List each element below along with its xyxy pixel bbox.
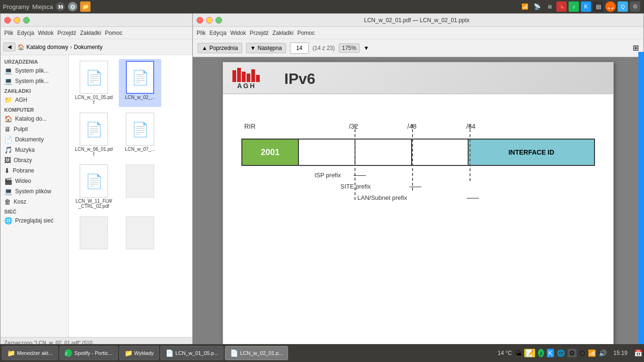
settings-icon[interactable]: ⚙: [630, 1, 640, 12]
file-item-lcn06[interactable]: 📄 LCN_w_06_01.pdf: [73, 111, 115, 159]
fm-toolbar: ◀ 🏠 Katalog domowy › Dokumenty: [0, 39, 193, 55]
pv-prev-label: Poprzednia: [209, 45, 238, 51]
file-name-lcn02: LCN_w_02_...: [125, 95, 155, 100]
file-item-lcn02[interactable]: 📄 LCN_w_02_...: [119, 59, 161, 107]
menu-programy[interactable]: Programy: [3, 3, 29, 10]
fm-back-button[interactable]: ◀: [3, 42, 16, 51]
volume-icon[interactable]: 🔊: [599, 349, 607, 357]
pv-menubar: Plik Edycja Widok Przejdź Zakładki Pomoc: [193, 27, 644, 39]
diagram-row-wrapper: 2001 INTERFACE ID: [241, 139, 595, 166]
notes-icon[interactable]: 📝: [524, 349, 535, 357]
sidebar-item-desktop[interactable]: 🖥 Pulpit: [0, 124, 68, 134]
pv-content[interactable]: AGH IPv6 RIR /32 /48 /64: [193, 57, 644, 347]
bit-label-64: /64: [466, 123, 475, 130]
sidebar-label-images: Obrazy: [14, 157, 32, 164]
sidebar-item-trash[interactable]: 🗑 Kosz: [0, 197, 68, 207]
fm-menu-edycja[interactable]: Edycja: [17, 30, 34, 36]
browser-icon[interactable]: 🌐: [557, 349, 565, 357]
fm-section-zakladki: Zakładki: [0, 86, 68, 95]
taskbar-item-pdf1[interactable]: 📄 LCN_w_01_05.p...: [160, 346, 223, 360]
sidebar-item-docs[interactable]: 📄 Dokumenty: [0, 134, 68, 145]
agh-logo-svg: [232, 68, 261, 82]
images-icon: 🖼: [4, 156, 11, 164]
pv-view-button[interactable]: ⊞: [633, 43, 639, 52]
sidebar-item-downloads[interactable]: ⬇ Pobrane: [0, 165, 68, 176]
sidebar-label-trash: Kosz: [14, 198, 26, 205]
fm-menu-pomoc[interactable]: Pomoc: [105, 30, 122, 36]
sidebar-label-fs: System plików: [15, 188, 51, 195]
wifi-icon[interactable]: 📡: [532, 1, 542, 12]
terminal-icon[interactable]: ▤: [593, 1, 603, 12]
sidebar-label-music: Muzyka: [15, 147, 34, 153]
bookmark-icon[interactable]: 🔖: [556, 1, 567, 12]
pv-menu-przejdz[interactable]: Przejdź: [250, 30, 269, 36]
time-display: 15:19: [610, 350, 631, 356]
sidebar-item-fs[interactable]: 💻 System plików: [0, 186, 68, 197]
pv-menu-plik[interactable]: Plik: [197, 30, 206, 36]
file-icon-lcn07: 📄: [126, 113, 154, 146]
system-settings-icon[interactable]: ⚙: [568, 349, 577, 357]
pv-menu-zakladki[interactable]: Zakładki: [272, 30, 294, 36]
file-icon-lcn06: 📄: [80, 113, 108, 146]
file-name-lcn06: LCN_w_06_01.pdf: [74, 147, 113, 157]
pdf-icon-4: 📄: [132, 121, 149, 138]
file-item-lcn07[interactable]: 📄 LCN_w_07_...: [119, 111, 161, 159]
site-line-end: ——: [409, 183, 421, 190]
pv-menu-edycja[interactable]: Edycja: [209, 30, 226, 36]
network-icon[interactable]: 📶: [520, 1, 530, 12]
pv-prev-button[interactable]: ▲ Poprzednia: [198, 43, 242, 53]
fm-maximize-button[interactable]: [23, 17, 30, 24]
taskbar-icon-pdf1: 📄: [165, 349, 173, 357]
qbittorrent-icon[interactable]: Q: [618, 1, 628, 12]
fm-menu-przejdz[interactable]: Przejdź: [58, 30, 76, 36]
pv-next-button[interactable]: ▼ Następna: [246, 43, 286, 53]
fm-path-home[interactable]: Katalog domowy: [26, 44, 68, 50]
pv-close-button[interactable]: [197, 17, 203, 24]
sidebar-item-home[interactable]: 🏠 Katalog do...: [0, 114, 68, 124]
taskbar-item-filemanager[interactable]: 📁 Menedżer akt...: [2, 346, 58, 360]
taskbar-label-fm: Menedżer akt...: [17, 350, 53, 356]
fm-menu-zakladki[interactable]: Zakładki: [80, 30, 101, 36]
file-item-lcn01[interactable]: 📄 LCN_w_01_05.pdf: [73, 59, 115, 107]
pv-window-title: LCN_w_02_01.pdf — LCN_w_02_01.pptx: [364, 17, 469, 24]
music-icon: 🎵: [4, 146, 12, 154]
display-icon[interactable]: 🖥: [544, 1, 554, 12]
pv-minimize-button[interactable]: [206, 17, 213, 24]
taskbar-item-pdf2[interactable]: 📄 LCN_w_02_01.p...: [225, 346, 288, 360]
sidebar-item-browse-network[interactable]: 🌐 Przeglądaj sieć: [0, 215, 68, 226]
taskbar-item-spotify[interactable]: ♪ Spotify - Portic...: [59, 346, 118, 360]
pv-zoom-dropdown-icon[interactable]: ▼: [363, 45, 369, 51]
filesystem-icon: 💻: [4, 188, 12, 195]
kde-icon[interactable]: K: [581, 1, 591, 12]
sidebar-item-images[interactable]: 🖼 Obrazy: [0, 155, 68, 165]
calendar-icon[interactable]: 📅: [634, 349, 642, 357]
sidebar-item-system1[interactable]: 💻 System plik...: [0, 66, 68, 76]
fm-minimize-button[interactable]: [14, 17, 20, 24]
sidebar-item-agh[interactable]: 📁 AGH: [0, 95, 68, 105]
fm-close-button[interactable]: [4, 17, 11, 24]
sidebar-item-system2[interactable]: 💻 System plik...: [0, 76, 68, 86]
spotify-icon[interactable]: ♪: [569, 1, 579, 12]
sidebar-item-video[interactable]: 🎬 Wideo: [0, 176, 68, 186]
pdf-icon-5: 📄: [85, 173, 103, 189]
kde-connect-icon[interactable]: K: [547, 349, 554, 357]
diagram-area: RIR /32 /48 /64 2001: [241, 123, 595, 210]
bluetooth-icon[interactable]: ⬡: [579, 349, 585, 357]
file-item-lcn11[interactable]: 📄 LCN_W_11_FLW_CTRL_02.pdf: [73, 163, 115, 211]
spotify-tray-icon[interactable]: ♪: [538, 349, 544, 357]
pv-page-input[interactable]: [290, 42, 309, 54]
taskbar-item-wyklady[interactable]: 📁 Wykłady: [119, 346, 159, 360]
fm-menu-plik[interactable]: Plik: [4, 30, 13, 36]
network-browse-icon: 🌐: [4, 217, 12, 224]
firefox-icon[interactable]: 🦊: [605, 1, 616, 12]
pv-zoom-level[interactable]: 175%: [339, 43, 360, 53]
pv-maximize-button[interactable]: [215, 17, 222, 24]
menu-miejsca[interactable]: Miejsca: [32, 3, 53, 10]
sidebar-item-music[interactable]: 🎵 Muzyka: [0, 145, 68, 155]
cell-interface-id: INTERFACE ID: [469, 140, 594, 165]
network-tray-icon[interactable]: 📶: [588, 349, 596, 357]
pv-menu-pomoc[interactable]: Pomoc: [297, 30, 314, 36]
downloads-icon: ⬇: [4, 167, 10, 174]
pv-menu-widok[interactable]: Widok: [230, 30, 246, 36]
fm-menu-widok[interactable]: Widok: [38, 30, 53, 36]
